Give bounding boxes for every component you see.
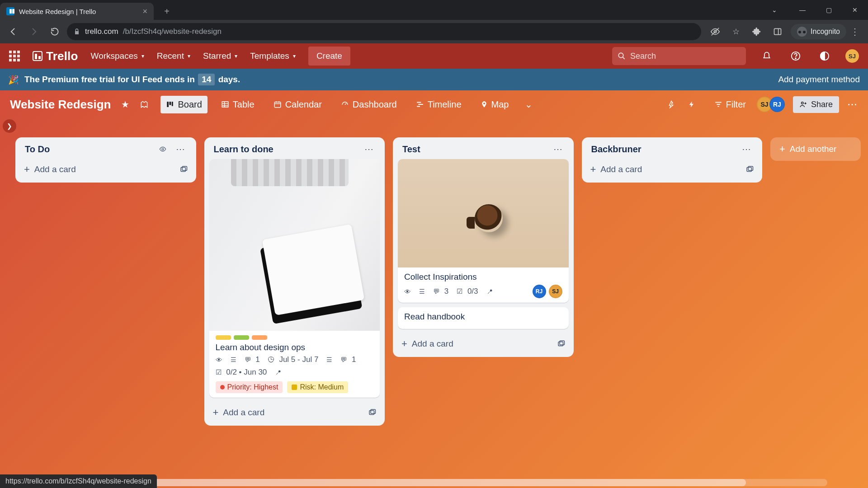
workspaces-menu[interactable]: Workspaces▾ xyxy=(91,51,144,61)
svg-point-30 xyxy=(162,148,164,150)
browser-tab-active[interactable]: Website Redesign | Trello × xyxy=(0,3,154,20)
date-badge: Jul 5 - Jul 7 xyxy=(268,355,319,364)
card-template-button[interactable] xyxy=(368,408,376,417)
view-board[interactable]: Board xyxy=(160,96,207,113)
member-avatar[interactable]: RJ xyxy=(769,97,785,112)
view-table[interactable]: Table xyxy=(216,96,260,113)
svg-point-7 xyxy=(795,58,796,59)
visibility-button[interactable] xyxy=(140,100,152,109)
back-button[interactable] xyxy=(5,23,22,40)
minimize-button[interactable]: ― xyxy=(789,0,816,20)
view-timeline[interactable]: Timeline xyxy=(410,96,467,113)
automation-button[interactable] xyxy=(688,100,701,109)
notifications-button[interactable] xyxy=(759,48,775,64)
list[interactable]: Learn to done⋯Learn about design ops 1 J… xyxy=(204,137,385,426)
list-menu-button[interactable]: ⋯ xyxy=(362,144,377,155)
list-menu-button[interactable]: ⋯ xyxy=(551,144,566,155)
label-chip[interactable] xyxy=(252,335,267,340)
star-board-button[interactable]: ★ xyxy=(119,99,132,110)
incognito-label: Incognito xyxy=(811,28,840,36)
account-avatar[interactable]: SJ xyxy=(845,49,859,63)
list-header: Test⋯ xyxy=(396,141,571,157)
close-tab-icon[interactable]: × xyxy=(142,7,147,16)
card-badges: 3 0/3RJSJ xyxy=(404,285,562,298)
svg-rect-16 xyxy=(274,102,281,108)
card-template-button[interactable] xyxy=(745,165,754,174)
view-map[interactable]: Map xyxy=(475,96,514,113)
extensions-icon[interactable] xyxy=(746,23,767,40)
app-switcher-button[interactable] xyxy=(9,51,20,61)
eye-blocked-icon[interactable] xyxy=(705,23,726,40)
tab-search-icon[interactable]: ⌄ xyxy=(761,0,788,20)
list-menu-button[interactable]: ⋯ xyxy=(739,144,755,155)
incognito-badge[interactable]: Incognito xyxy=(791,24,846,39)
add-payment-link[interactable]: Add payment method xyxy=(778,75,860,84)
label-chip[interactable] xyxy=(216,335,231,340)
list-title[interactable]: Backbruner xyxy=(591,144,740,155)
add-card-button[interactable]: +Add a card xyxy=(585,159,760,180)
watch-icon[interactable] xyxy=(158,145,173,153)
card-template-button[interactable] xyxy=(179,165,188,174)
card-members[interactable]: RJSJ xyxy=(533,285,562,298)
new-tab-button[interactable]: + xyxy=(160,5,174,18)
filter-button[interactable]: Filter xyxy=(709,96,751,113)
list[interactable]: To Do⋯+Add a card xyxy=(15,137,196,183)
create-button[interactable]: Create xyxy=(308,47,350,66)
sidepanel-icon[interactable] xyxy=(767,23,788,40)
member-avatar[interactable]: SJ xyxy=(549,285,562,298)
forward-button[interactable] xyxy=(25,23,42,40)
help-button[interactable] xyxy=(788,48,804,64)
starred-menu[interactable]: Starred▾ xyxy=(203,51,237,61)
banner-text-a: The Premium free trial for UI Feed ends … xyxy=(24,75,195,84)
svg-line-20 xyxy=(345,103,346,105)
view-calendar[interactable]: Calendar xyxy=(268,96,327,113)
label-chip[interactable] xyxy=(234,335,249,340)
list[interactable]: Backbruner⋯+Add a card xyxy=(582,137,763,183)
power-ups-button[interactable] xyxy=(667,100,680,109)
templates-menu[interactable]: Templates▾ xyxy=(250,51,296,61)
card[interactable]: Collect Inspirations 3 0/3RJSJ xyxy=(398,159,569,303)
member-avatar[interactable]: RJ xyxy=(533,285,546,298)
card[interactable]: Learn about design ops 1 Jul 5 - Jul 7 1… xyxy=(209,159,380,398)
board-header: Website Redesign ★ Board Table Calendar … xyxy=(0,90,868,118)
board-menu-button[interactable]: ⋯ xyxy=(847,99,858,110)
add-card-button[interactable]: +Add a card xyxy=(208,402,382,423)
card-template-button[interactable] xyxy=(557,340,565,348)
more-views-button[interactable]: ⌄ xyxy=(522,99,535,110)
list-menu-button[interactable]: ⋯ xyxy=(173,144,189,155)
recent-menu[interactable]: Recent▾ xyxy=(157,51,190,61)
view-table-label: Table xyxy=(233,99,255,110)
custom-field-chip: Risk: Medium xyxy=(287,381,348,393)
bookmark-star-icon[interactable]: ☆ xyxy=(726,23,746,40)
chevron-down-icon: ▾ xyxy=(142,53,144,59)
list-title[interactable]: Learn to done xyxy=(214,144,362,155)
add-card-button[interactable]: +Add a card xyxy=(19,159,193,180)
expand-sidebar-button[interactable]: ❯ xyxy=(3,119,16,133)
search-input[interactable]: Search xyxy=(612,47,746,65)
description-icon xyxy=(419,288,425,295)
address-bar[interactable]: trello.com/b/IzcfSh4q/website-redesign xyxy=(67,23,701,40)
share-button[interactable]: Share xyxy=(793,96,839,113)
trello-logo[interactable]: Trello xyxy=(33,49,78,63)
list[interactable]: Test⋯Collect Inspirations 3 0/3RJSJRead … xyxy=(393,137,574,357)
add-list-button[interactable]: +Add another xyxy=(770,137,861,161)
trello-favicon-icon xyxy=(6,7,14,15)
list-title[interactable]: To Do xyxy=(25,144,158,155)
reload-button[interactable] xyxy=(46,23,63,40)
board-title[interactable]: Website Redesign xyxy=(10,98,111,112)
list-title[interactable]: Test xyxy=(402,144,551,155)
add-card-button[interactable]: +Add a card xyxy=(396,333,571,354)
board-members[interactable]: SJ RJ xyxy=(760,97,785,112)
view-dashboard[interactable]: Dashboard xyxy=(335,96,402,113)
theme-button[interactable] xyxy=(816,48,833,64)
svg-rect-34 xyxy=(371,409,376,413)
card[interactable]: Read handbook xyxy=(398,307,569,329)
card-badges-row2: 0/2 • Jun 30 xyxy=(216,368,374,377)
close-window-button[interactable]: ✕ xyxy=(842,0,868,20)
card-labels[interactable] xyxy=(216,335,374,340)
comments-badge: 1 xyxy=(245,355,260,364)
maximize-button[interactable]: ▢ xyxy=(816,0,842,20)
board-canvas[interactable]: To Do⋯+Add a card Learn to done⋯Learn ab… xyxy=(11,133,868,483)
browser-menu-button[interactable]: ⋮ xyxy=(846,26,863,37)
custom-field-chip: Priority: Highest xyxy=(216,381,283,393)
